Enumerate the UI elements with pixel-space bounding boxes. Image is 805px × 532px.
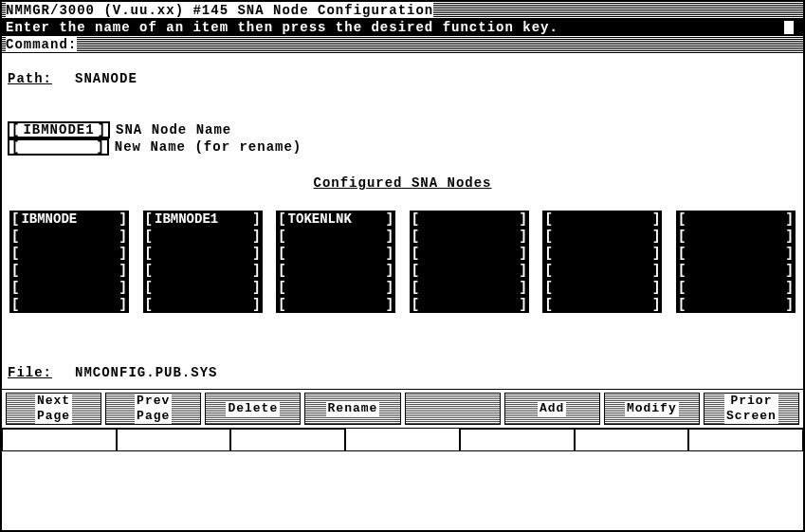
node-slot[interactable]: [] xyxy=(276,228,395,245)
node-slot[interactable]: [] xyxy=(410,279,529,296)
fnkey-blank xyxy=(405,393,501,425)
command-bar[interactable]: Command: xyxy=(2,36,803,53)
node-slot[interactable]: [] xyxy=(410,296,529,313)
status-cell xyxy=(117,429,231,451)
node-column: [IBMNODE1][][][][][] xyxy=(143,211,263,313)
fnkey-modify[interactable]: Modify xyxy=(604,393,700,425)
node-slot[interactable]: [] xyxy=(276,262,395,279)
command-label: Command: xyxy=(6,37,77,53)
fnkey-delete[interactable]: Delete xyxy=(205,393,301,425)
status-cell xyxy=(460,429,575,451)
node-slot[interactable]: [] xyxy=(676,296,796,313)
app-title: NMMGR/3000 (V.uu.xx) #145 SNA Node Confi… xyxy=(6,3,433,19)
fnkey-next-page[interactable]: Next Page xyxy=(6,393,101,425)
node-slot[interactable]: [] xyxy=(9,262,129,279)
cursor-icon xyxy=(784,21,794,34)
file-label: File: xyxy=(8,365,52,381)
status-cell xyxy=(2,429,117,451)
node-column: [][][][][][] xyxy=(676,211,796,313)
body-area: Path: SNANODE [IBMNODE1] SNA Node Name [… xyxy=(2,53,803,389)
node-name-label: SNA Node Name xyxy=(116,122,231,138)
new-name-row: [] New Name (for rename) xyxy=(8,138,797,156)
status-cell xyxy=(345,428,460,451)
new-name-field[interactable]: [] xyxy=(8,138,109,156)
node-slot[interactable]: [] xyxy=(542,296,662,313)
file-row: File: NMCONFIG.PUB.SYS xyxy=(8,364,797,381)
path-value: SNANODE xyxy=(75,71,137,87)
status-row xyxy=(2,429,803,451)
new-name-label: New Name (for rename) xyxy=(115,139,302,156)
node-slot[interactable]: [] xyxy=(9,228,129,245)
node-slot[interactable]: [] xyxy=(676,262,796,279)
node-slot[interactable]: [] xyxy=(143,279,263,296)
configured-nodes-grid: [IBMNODE][][][][][][IBMNODE1][][][][][][… xyxy=(8,211,797,313)
section-title: Configured SNA Nodes xyxy=(8,173,797,193)
node-slot[interactable]: [] xyxy=(410,228,529,245)
node-slot[interactable]: [] xyxy=(410,211,529,228)
node-slot[interactable]: [] xyxy=(676,228,796,245)
title-bar: NMMGR/3000 (V.uu.xx) #145 SNA Node Confi… xyxy=(2,2,803,19)
node-slot[interactable]: [] xyxy=(410,262,529,279)
file-value: NMCONFIG.PUB.SYS xyxy=(75,365,217,381)
status-cell xyxy=(688,429,803,451)
node-slot[interactable]: [] xyxy=(276,296,395,313)
node-slot[interactable]: [] xyxy=(542,279,662,296)
fnkey-prior-screen[interactable]: Prior Screen xyxy=(704,393,799,425)
status-cell xyxy=(230,429,345,451)
node-column: [TOKENLNK][][][][][] xyxy=(276,211,395,313)
node-slot[interactable]: [] xyxy=(410,245,529,262)
prompt-bar: Enter the name of an item then press the… xyxy=(2,19,803,36)
status-cell xyxy=(575,429,689,451)
node-slot[interactable]: [] xyxy=(143,228,263,245)
node-slot[interactable]: [] xyxy=(542,211,662,228)
node-slot[interactable]: [] xyxy=(676,245,796,262)
node-slot[interactable]: [] xyxy=(143,262,263,279)
fnkey-add[interactable]: Add xyxy=(504,393,600,425)
node-slot[interactable]: [TOKENLNK] xyxy=(276,211,395,228)
fnkey-rename[interactable]: Rename xyxy=(304,393,400,425)
node-column: [][][][][][] xyxy=(410,211,529,313)
node-slot[interactable]: [] xyxy=(143,296,263,313)
node-slot[interactable]: [] xyxy=(542,245,662,262)
node-slot[interactable]: [IBMNODE1] xyxy=(143,211,263,228)
path-label: Path: xyxy=(8,71,52,87)
node-column: [IBMNODE][][][][][] xyxy=(9,211,129,313)
node-slot[interactable]: [] xyxy=(276,279,395,296)
node-slot[interactable]: [] xyxy=(276,245,395,262)
prompt-text: Enter the name of an item then press the… xyxy=(6,20,558,36)
node-column: [][][][][][] xyxy=(542,211,662,313)
node-name-row: [IBMNODE1] SNA Node Name xyxy=(8,121,797,138)
node-slot[interactable]: [] xyxy=(143,245,263,262)
node-slot[interactable]: [] xyxy=(9,279,129,296)
node-slot[interactable]: [IBMNODE] xyxy=(9,211,129,228)
function-key-row: Next PagePrev PageDeleteRename AddModify… xyxy=(2,389,803,429)
path-row: Path: SNANODE xyxy=(8,70,797,87)
node-slot[interactable]: [] xyxy=(676,279,796,296)
node-slot[interactable]: [] xyxy=(9,296,129,313)
node-name-field[interactable]: [IBMNODE1] xyxy=(8,121,110,138)
node-slot[interactable]: [] xyxy=(676,211,796,228)
node-slot[interactable]: [] xyxy=(542,262,662,279)
node-slot[interactable]: [] xyxy=(9,245,129,262)
node-slot[interactable]: [] xyxy=(542,228,662,245)
fnkey-prev-page[interactable]: Prev Page xyxy=(105,393,201,425)
